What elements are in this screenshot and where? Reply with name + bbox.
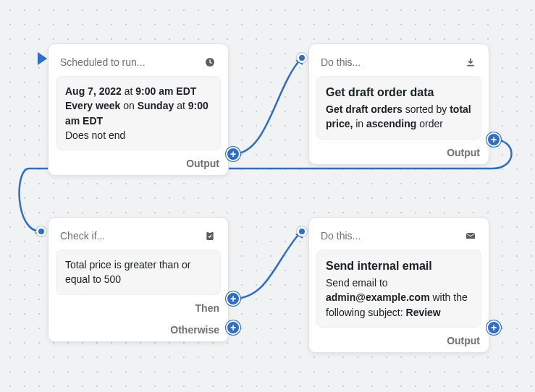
action-title: Do this... [321, 230, 361, 242]
action-title: Do this... [321, 56, 361, 68]
trigger-date: Aug 7, 2022 [65, 85, 122, 97]
mail-icon [464, 229, 477, 242]
action1-heading: Get draft order data [326, 84, 472, 101]
add-then-step-button[interactable]: + [226, 291, 240, 306]
add-otherwise-step-button[interactable]: + [226, 320, 240, 335]
add-step-button[interactable]: + [226, 147, 240, 161]
svg-rect-6 [466, 233, 475, 239]
condition-node[interactable]: Check if... Total price is greater than … [48, 217, 229, 342]
otherwise-port[interactable]: Otherwise [170, 324, 219, 336]
start-trigger-icon [38, 52, 47, 65]
add-step-button[interactable]: + [486, 320, 501, 335]
condition-body: Total price is greater than or equal to … [56, 250, 221, 295]
checklist-icon [203, 229, 216, 242]
trigger-time: 9:00 am EDT [135, 85, 196, 97]
trigger-body: Aug 7, 2022 at 9:00 am EDT Every week on… [56, 76, 221, 150]
svg-rect-4 [206, 232, 213, 240]
trigger-frequency: Every week [65, 100, 120, 111]
action1-output-port[interactable]: Output [447, 147, 480, 158]
trigger-output-port[interactable]: Output [186, 158, 219, 169]
node-input-dot [297, 53, 307, 63]
node-input-dot [297, 226, 307, 237]
action2-heading: Send internal email [326, 257, 472, 274]
svg-rect-5 [208, 231, 211, 233]
condition-title: Check if... [60, 230, 105, 242]
action-node-send-email[interactable]: Do this... Send internal email Send emai… [308, 217, 489, 353]
action2-body: Send internal email Send email to admin@… [316, 250, 481, 328]
trigger-node[interactable]: Scheduled to run... Aug 7, 2022 at 9:00 … [48, 43, 229, 176]
then-port[interactable]: Then [195, 302, 219, 314]
action1-body: Get draft order data Get draft orders so… [316, 76, 481, 140]
trigger-day: Sunday [138, 100, 174, 111]
trigger-end: Does not end [65, 128, 211, 142]
add-step-button[interactable]: + [486, 132, 501, 147]
node-input-dot [36, 226, 46, 237]
download-icon [464, 56, 477, 69]
action2-output-port[interactable]: Output [447, 335, 480, 346]
trigger-title: Scheduled to run... [60, 56, 146, 68]
workflow-canvas[interactable]: Scheduled to run... Aug 7, 2022 at 9:00 … [0, 0, 535, 392]
clock-icon [203, 56, 216, 69]
action-node-get-draft-order[interactable]: Do this... Get draft order data Get draf… [308, 43, 489, 165]
